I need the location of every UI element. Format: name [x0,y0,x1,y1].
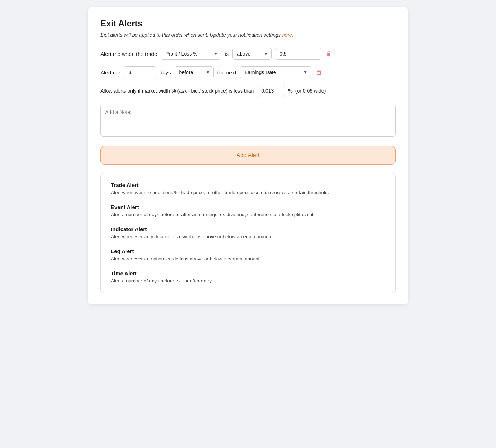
exit-alerts-container: Exit Alerts Exit alerts will be applied … [88,7,408,304]
trade-alert-desc: Alert whenever the profit/loss %, trade … [111,189,385,196]
alert-row-1-label: Alert me when the trade [100,51,157,57]
days-input[interactable] [124,66,156,78]
trade-value-input[interactable] [275,48,321,60]
market-width-label: Allow alerts only if market width % (ask… [100,88,254,94]
market-width-wide-label: (or 0.06 wide) [295,88,326,94]
leg-alert-title: Leg Alert [111,248,385,254]
delete-trade-alert-icon[interactable]: 🗑 [325,49,334,59]
time-alert-item: Time Alert Alert a number of days before… [111,270,385,285]
delete-event-alert-icon[interactable]: 🗑 [315,67,324,78]
condition-select[interactable]: above below equal to [232,48,272,60]
indicator-alert-desc: Alert whenever an indicator for a symbol… [111,234,385,240]
trade-type-select-wrapper[interactable]: Profit / Loss % Trade Price P&L Value ▼ [161,48,221,60]
note-textarea[interactable] [100,105,396,137]
trade-alert-item: Trade Alert Alert whenever the profit/lo… [111,182,385,196]
subtitle: Exit alerts will be applied to this orde… [100,32,396,38]
alert-row-2-label: Alert me [100,69,120,75]
time-alert-desc: Alert a number of days before exit or af… [111,278,385,285]
trade-alert-title: Trade Alert [111,182,385,188]
page-title: Exit Alerts [100,19,396,28]
event-alert-desc: Alert a number of days before or after a… [111,212,385,218]
event-select[interactable]: Earnings Date Ex-Dividend Date Conferenc… [240,66,311,78]
event-alert-title: Event Alert [111,204,385,210]
days-label: days [160,69,171,75]
add-alert-button[interactable]: Add Alert [100,146,396,165]
alert-row-event: Alert me days before after ▼ the next Ea… [100,66,396,78]
alert-row-trade: Alert me when the trade Profit / Loss % … [100,48,396,60]
market-width-row: Allow alerts only if market width % (ask… [100,85,396,97]
indicator-alert-item: Indicator Alert Alert whenever an indica… [111,226,385,240]
trade-type-select[interactable]: Profit / Loss % Trade Price P&L Value [161,48,221,60]
the-next-label: the next [217,69,236,75]
leg-alert-item: Leg Alert Alert whenever an option leg d… [111,248,385,262]
condition-is-label: is [225,51,229,57]
subtitle-text: Exit alerts will be applied to this orde… [100,32,282,38]
time-alert-title: Time Alert [111,270,385,276]
event-alert-item: Event Alert Alert a number of days befor… [111,204,385,218]
event-select-wrapper[interactable]: Earnings Date Ex-Dividend Date Conferenc… [240,66,311,78]
before-after-select-wrapper[interactable]: before after ▼ [175,66,214,78]
market-width-input[interactable] [257,85,285,97]
market-width-percent: % [288,88,292,94]
alert-types-box: Trade Alert Alert whenever the profit/lo… [100,173,396,293]
condition-select-wrapper[interactable]: above below equal to ▼ [232,48,272,60]
before-after-select[interactable]: before after [175,66,214,78]
indicator-alert-title: Indicator Alert [111,226,385,232]
subtitle-link[interactable]: here [282,32,292,38]
leg-alert-desc: Alert whenever an option leg delta is ab… [111,256,385,262]
